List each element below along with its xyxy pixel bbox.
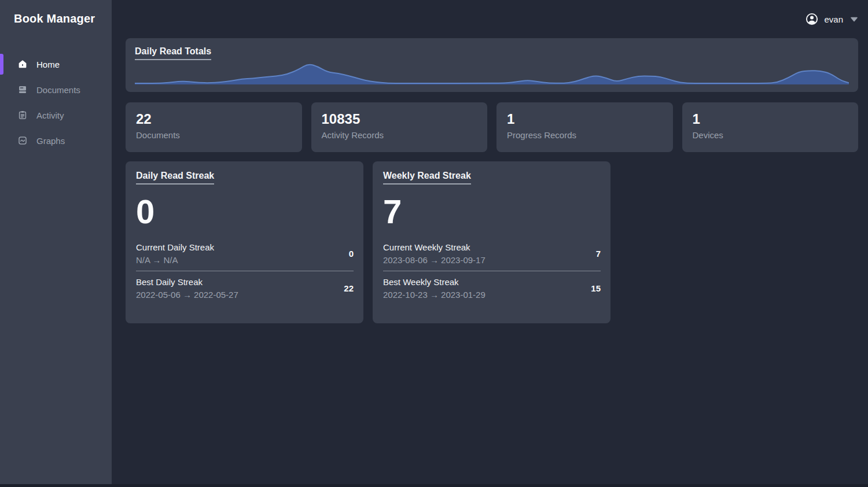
sidebar-item-label: Activity [36, 110, 64, 120]
chart-area-fill [135, 65, 849, 84]
stat-card-activity-records: 10835 Activity Records [311, 102, 488, 152]
username: evan [824, 14, 843, 24]
sidebar-nav: Home Documents Activity Graphs [0, 51, 112, 153]
sidebar-item-label: Home [36, 60, 60, 69]
stat-card-documents: 22 Documents [126, 102, 302, 152]
stat-value: 1 [693, 111, 848, 127]
stats-row: 22 Documents 10835 Activity Records 1 Pr… [126, 102, 858, 152]
user-circle-icon [805, 12, 819, 26]
daily-read-totals-card: Daily Read Totals [126, 38, 858, 92]
user-menu[interactable]: evan [805, 12, 858, 26]
chevron-down-icon [850, 17, 858, 22]
streak-card-title: Daily Read Streak [136, 171, 214, 185]
sidebar-item-label: Documents [36, 85, 80, 95]
area-chart [135, 61, 849, 84]
stat-card-devices: 1 Devices [682, 102, 859, 152]
sidebar-item-graphs[interactable]: Graphs [0, 128, 112, 153]
daily-read-totals-chart [135, 61, 849, 84]
clipboard-icon [17, 110, 28, 120]
current-weekly-streak-row: Current Weekly Streak 2023-08-06 → 2023-… [383, 237, 601, 271]
chart-wave-icon [17, 135, 28, 146]
streak-rows: Current Weekly Streak 2023-08-06 → 2023-… [383, 237, 601, 305]
stat-card-progress-records: 1 Progress Records [496, 102, 673, 152]
stat-label: Documents [136, 130, 292, 140]
streak-big-value: 0 [136, 195, 354, 228]
sidebar-item-activity[interactable]: Activity [0, 102, 112, 128]
stat-label: Devices [693, 130, 848, 140]
streak-row-range: N/A → N/A [136, 255, 214, 265]
main-content: evan Daily Read Totals 22 Documents 1083… [112, 0, 868, 487]
sidebar-item-home[interactable]: Home [0, 51, 112, 77]
streak-row-label: Current Daily Streak [136, 242, 214, 252]
streak-row-range: 2023-08-06 → 2023-09-17 [383, 255, 486, 265]
current-daily-streak-row: Current Daily Streak N/A → N/A 0 [136, 237, 354, 271]
topbar: evan [126, 0, 858, 38]
streak-card-title: Weekly Read Streak [383, 171, 471, 185]
streaks-row: Daily Read Streak 0 Current Daily Streak… [126, 161, 858, 323]
streak-row-value: 0 [342, 249, 354, 259]
streak-rows: Current Daily Streak N/A → N/A 0 Best Da… [136, 237, 354, 305]
stat-value: 10835 [322, 111, 477, 127]
stat-value: 1 [507, 111, 663, 127]
stat-label: Activity Records [322, 130, 477, 140]
streak-row-label: Current Weekly Streak [383, 242, 486, 252]
streak-row-range: 2022-05-06 → 2022-05-27 [136, 290, 238, 300]
horizontal-scrollbar-track[interactable] [0, 484, 868, 487]
streak-row-range: 2022-10-23 → 2023-01-29 [383, 290, 486, 300]
chart-card-title: Daily Read Totals [135, 46, 211, 60]
sidebar-item-label: Graphs [36, 136, 65, 146]
streak-big-value: 7 [383, 195, 601, 228]
streak-row-label: Best Daily Streak [136, 277, 238, 287]
book-icon [17, 84, 28, 95]
stat-value: 22 [136, 111, 292, 127]
home-icon [17, 59, 28, 69]
daily-read-streak-card: Daily Read Streak 0 Current Daily Streak… [126, 161, 363, 323]
best-weekly-streak-row: Best Weekly Streak 2022-10-23 → 2023-01-… [383, 271, 601, 305]
app-title: Book Manager [0, 0, 112, 25]
streak-row-value: 7 [589, 249, 601, 259]
streak-row-value: 22 [337, 283, 354, 293]
sidebar-item-documents[interactable]: Documents [0, 77, 112, 102]
stat-label: Progress Records [507, 130, 663, 140]
best-daily-streak-row: Best Daily Streak 2022-05-06 → 2022-05-2… [136, 271, 354, 305]
streak-row-value: 15 [584, 283, 601, 293]
streak-row-label: Best Weekly Streak [383, 277, 486, 287]
sidebar: Book Manager Home Documents Activity Gra… [0, 0, 112, 487]
weekly-read-streak-card: Weekly Read Streak 7 Current Weekly Stre… [373, 161, 610, 323]
